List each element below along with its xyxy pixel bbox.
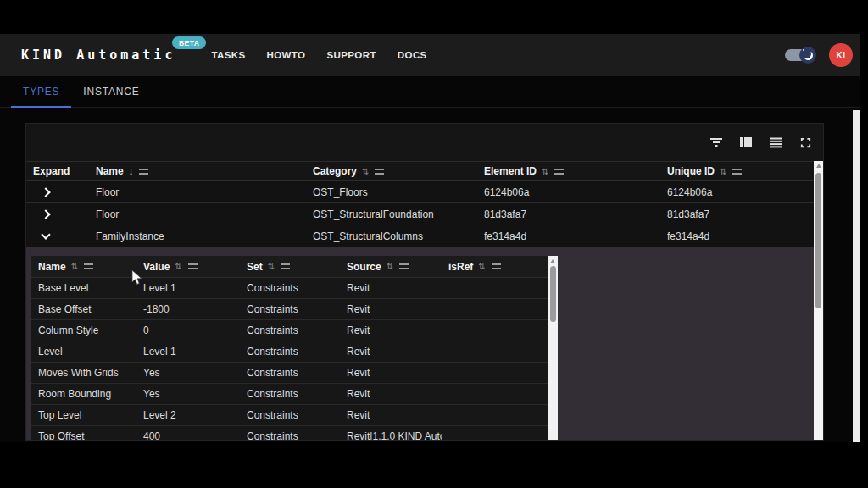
column-menu-icon[interactable]	[492, 263, 501, 269]
detail-column-source[interactable]: Source ⇅	[340, 256, 442, 277]
parameter-row: Top Offset 400 Constraints Revit|1.1.0 K…	[31, 426, 558, 441]
column-header-name[interactable]: Name ↓	[89, 162, 306, 180]
cell-unique-id: 81d3afa7	[667, 208, 709, 220]
column-menu-icon[interactable]	[139, 169, 148, 175]
sort-desc-icon: ↓	[129, 166, 134, 176]
column-header-category[interactable]: Category ⇅	[306, 162, 477, 180]
detail-column-isref[interactable]: isRef ⇅	[442, 256, 548, 277]
sort-icon: ⇅	[268, 262, 275, 271]
nav-item-howto[interactable]: HOWTO	[267, 50, 306, 60]
expand-chevron-icon[interactable]	[41, 209, 50, 219]
cell-element-id: 6124b06a	[484, 186, 529, 198]
letterbox-bottom	[0, 442, 868, 488]
parameter-row: Base Level Level 1 Constraints Revit	[31, 278, 558, 299]
nav-item-support[interactable]: SUPPORT	[326, 50, 376, 60]
detail-column-value[interactable]: Value ⇅	[136, 256, 240, 277]
fullscreen-icon[interactable]	[798, 135, 813, 150]
expand-chevron-icon[interactable]	[41, 187, 50, 197]
column-header-expand: Expand	[26, 162, 89, 180]
scrollbar-thumb[interactable]	[550, 266, 556, 322]
cell-name: Floor	[96, 208, 119, 220]
detail-column-set[interactable]: Set ⇅	[240, 256, 340, 277]
main-nav: TASKS HOWTO SUPPORT DOCS	[211, 50, 426, 60]
column-menu-icon[interactable]	[732, 169, 742, 175]
column-menu-icon[interactable]	[281, 263, 290, 269]
mouse-cursor	[131, 269, 142, 286]
table-row: Floor OST_Floors 6124b06a 6124b06a	[26, 181, 823, 203]
parameter-row: Moves With Grids Yes Constraints Revit	[31, 363, 558, 384]
column-header-element-id[interactable]: Element ID ⇅	[477, 162, 660, 180]
detail-header-row: Name ⇅ Value ⇅ Set ⇅	[31, 256, 558, 278]
table-row: Floor OST_StructuralFoundation 81d3afa7 …	[26, 203, 823, 225]
moon-icon	[799, 47, 816, 64]
app-window: KIND Automatic BETA TASKS HOWTO SUPPORT …	[0, 34, 860, 442]
cell-unique-id: 6124b06a	[667, 186, 712, 198]
browser-scrollbar[interactable]	[853, 110, 860, 476]
sort-icon: ⇅	[542, 167, 548, 176]
screen: KIND Automatic BETA TASKS HOWTO SUPPORT …	[0, 0, 868, 488]
column-menu-icon[interactable]	[399, 263, 409, 269]
columns-icon[interactable]	[738, 135, 754, 150]
sort-icon: ⇅	[387, 262, 393, 271]
density-icon[interactable]	[768, 135, 783, 150]
tab-bar: TYPES INSTANCE	[0, 76, 860, 108]
column-menu-icon[interactable]	[375, 169, 384, 175]
scroll-up-icon[interactable]	[816, 164, 821, 168]
grid-scrollbar[interactable]	[814, 161, 823, 440]
inner-scrollbar[interactable]	[548, 256, 558, 441]
column-menu-icon[interactable]	[188, 263, 198, 269]
brand-text: KIND Automatic	[21, 47, 175, 63]
scrollbar-thumb[interactable]	[815, 173, 821, 308]
parameter-row: Base Offset -1800 Constraints Revit	[31, 299, 558, 320]
types-data-grid: Expand Name ↓ Category ⇅ Element ID ⇅	[25, 123, 824, 441]
tab-types[interactable]: TYPES	[11, 76, 71, 107]
app-bar: KIND Automatic BETA TASKS HOWTO SUPPORT …	[0, 34, 860, 76]
beta-badge: BETA	[172, 36, 207, 49]
letterbox-right	[860, 0, 868, 488]
cell-unique-id: fe314a4d	[667, 230, 709, 242]
cell-name: Floor	[96, 186, 119, 198]
parameter-row: Top Level Level 2 Constraints Revit	[31, 405, 558, 426]
grid-toolbar	[26, 124, 823, 161]
sort-icon: ⇅	[175, 262, 181, 271]
cell-category: OST_StructuralFoundation	[313, 208, 434, 220]
column-menu-icon[interactable]	[554, 169, 564, 175]
brand-logo[interactable]: KIND Automatic BETA	[21, 47, 175, 63]
parameters-table: Name ⇅ Value ⇅ Set ⇅	[31, 256, 558, 441]
parameter-row: Room Bounding Yes Constraints Revit	[31, 384, 558, 405]
grid-header-row: Expand Name ↓ Category ⇅ Element ID ⇅	[26, 161, 823, 181]
sort-icon: ⇅	[720, 167, 726, 176]
parameter-row: Level Level 1 Constraints Revit	[31, 341, 558, 363]
dark-mode-toggle[interactable]	[785, 49, 812, 61]
cell-element-id: 81d3afa7	[484, 208, 526, 220]
table-row-expanded: FamilyInstance OST_StructuralColumns fe3…	[26, 225, 823, 247]
appbar-right: KI	[785, 43, 853, 67]
expanded-detail-panel: Name ⇅ Value ⇅ Set ⇅	[26, 247, 814, 440]
cell-category: OST_Floors	[313, 186, 368, 198]
sort-icon: ⇅	[478, 262, 485, 271]
column-header-unique-id[interactable]: Unique ID ⇅	[660, 162, 815, 180]
cell-element-id: fe314a4d	[484, 230, 526, 242]
nav-item-tasks[interactable]: TASKS	[211, 50, 245, 60]
cell-name: FamilyInstance	[96, 230, 164, 242]
column-menu-icon[interactable]	[84, 263, 93, 269]
tab-instance[interactable]: INSTANCE	[71, 76, 151, 107]
collapse-chevron-icon[interactable]	[41, 230, 50, 239]
detail-column-name[interactable]: Name ⇅	[31, 256, 136, 277]
filter-icon[interactable]	[709, 135, 724, 150]
parameter-row: Column Style 0 Constraints Revit	[31, 320, 558, 341]
user-avatar[interactable]: KI	[829, 43, 853, 67]
cell-category: OST_StructuralColumns	[313, 230, 423, 242]
sort-icon: ⇅	[71, 262, 78, 271]
nav-item-docs[interactable]: DOCS	[398, 50, 427, 60]
sort-icon: ⇅	[362, 167, 369, 176]
scroll-up-icon[interactable]	[550, 259, 555, 263]
